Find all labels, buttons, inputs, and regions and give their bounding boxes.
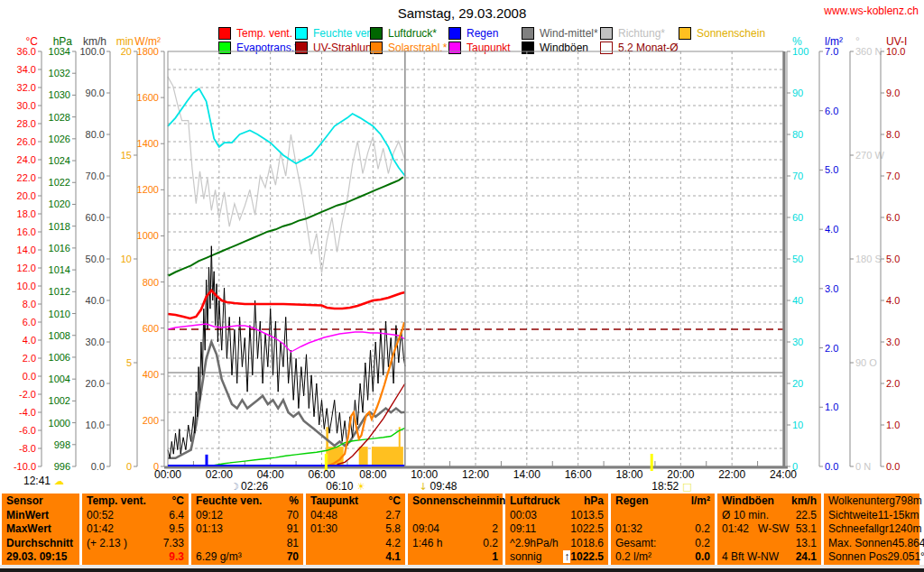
table-cell: 9.5 (169, 522, 184, 536)
svg-text:18:52: 18:52 (651, 480, 679, 493)
sunshine-bar (359, 447, 368, 466)
table-cell: 09:04 (412, 522, 439, 536)
svg-text:600: 600 (143, 323, 159, 334)
arrow-down-icon: ↓ (419, 481, 427, 493)
table-cell: 70 (287, 509, 299, 522)
x-tick-label: 16:00 (565, 468, 592, 481)
svg-text:30: 30 (792, 337, 803, 347)
table-cell: 1240m (889, 522, 922, 536)
table-cell: 0.2 (695, 537, 710, 550)
table-cell: Durchschnitt (6, 537, 73, 550)
svg-text:22.0: 22.0 (17, 172, 36, 183)
table-cell: Sichtweite (828, 509, 878, 522)
table-cell: °C (389, 494, 401, 508)
svg-text:28.0: 28.0 (17, 118, 36, 129)
table-col-info: Wolkenunterg798mSichtweite11-15kmSchneef… (824, 494, 919, 565)
series-windb-en (168, 246, 405, 458)
sun-event-annotation: 12:41☁ (23, 475, 64, 487)
x-tick-label: 24:00 (770, 468, 797, 481)
svg-text:6.0: 6.0 (23, 317, 36, 328)
moon-down-icon: ☽ (230, 481, 239, 493)
table-cell: 09:12 (196, 509, 223, 522)
svg-text:6.0: 6.0 (886, 212, 900, 223)
axis-kmh: km/h100.090.080.070.060.050.040.030.020.… (79, 35, 110, 472)
table-cell: Luftdruck (510, 494, 559, 508)
table-cell: 81 (287, 537, 299, 550)
svg-text:18.0: 18.0 (17, 208, 36, 219)
table-cell: Feuchte ven. (196, 494, 262, 508)
x-tick-label: 08:00 (359, 468, 386, 481)
table-cell: Schneefallgr (828, 522, 889, 536)
svg-text:1024: 1024 (49, 155, 70, 166)
table-col-temp-vent-: Temp. vent.°C00:526.401:429.5(+ 2.13 )7.… (82, 494, 189, 565)
table-cell: 9.3 (169, 550, 184, 564)
svg-text:0.0: 0.0 (91, 461, 105, 472)
svg-text:2.0: 2.0 (23, 353, 36, 364)
svg-text:30.0: 30.0 (17, 100, 36, 111)
table-cell: 4.1 (385, 550, 401, 564)
table-cell: °C (172, 494, 184, 508)
table-cell: Sonnenschein (412, 494, 486, 508)
table-cell: ^2.9hPa/h (510, 537, 559, 550)
svg-text:5: 5 (126, 357, 132, 368)
svg-text:36.0: 36.0 (17, 46, 36, 57)
svg-text:360 N: 360 N (855, 46, 882, 57)
svg-text:40.0: 40.0 (86, 295, 105, 306)
table-cell: 0.2 l/m² (615, 550, 651, 564)
svg-text:996: 996 (54, 461, 70, 472)
svg-text:1022: 1022 (49, 177, 70, 188)
svg-text:40: 40 (792, 295, 803, 306)
series-solarstrahl- (329, 322, 404, 465)
table-cell: Sensor (6, 494, 43, 508)
svg-text:60: 60 (792, 212, 803, 223)
table-cell: 0.2 (483, 537, 498, 550)
weather-chart-page: Samstag, 29.03.2008 www.ws-koblenz.ch Te… (0, 0, 924, 572)
table-cell: 04:48 (310, 509, 337, 522)
svg-text:90.0: 90.0 (86, 88, 105, 98)
table-cell: 01:42 W-SW (722, 522, 789, 536)
table-cell: 70 (287, 550, 299, 564)
table-cell: Temp. vent. (87, 494, 146, 508)
svg-text:10.0: 10.0 (86, 420, 105, 430)
svg-text:1002: 1002 (49, 395, 70, 406)
svg-text:32.0: 32.0 (17, 82, 36, 93)
svg-text:02:26: 02:26 (241, 480, 268, 493)
sun-icon: ☀ (356, 481, 365, 493)
svg-text:1034: 1034 (49, 46, 70, 57)
svg-text:1032: 1032 (49, 68, 70, 78)
svg-text:1018: 1018 (49, 221, 70, 232)
table-cell: Taupunkt (310, 494, 358, 508)
svg-text:1008: 1008 (49, 330, 70, 341)
table-cell: MinWert (6, 509, 49, 522)
svg-text:9.0: 9.0 (886, 88, 900, 98)
svg-text:1010: 1010 (49, 309, 70, 319)
svg-text:70: 70 (792, 171, 803, 181)
svg-text:20.0: 20.0 (17, 190, 36, 201)
table-cell: 09:11 (510, 522, 536, 536)
svg-text:-10.0: -10.0 (14, 461, 36, 472)
svg-text:20: 20 (792, 378, 803, 389)
svg-text:10: 10 (121, 254, 132, 264)
axis-pct: %1009080706050403020100 (787, 35, 808, 472)
svg-text:34.0: 34.0 (17, 64, 36, 75)
svg-text:1.0: 1.0 (825, 401, 838, 412)
table-cell: Regen (615, 494, 649, 508)
table-col-windb-en: Windböenkm/hØ 10 min.22.501:42 W-SW53.11… (717, 494, 821, 565)
table-cell: 00:03 (510, 509, 537, 522)
svg-text:1016: 1016 (49, 243, 70, 254)
svg-text:1030: 1030 (49, 89, 70, 100)
table-cell: 53.1 (796, 522, 817, 536)
table-cell: Max. Sonnen (828, 537, 892, 550)
table-cell: 7.33 (163, 537, 184, 550)
x-tick-label: 14:00 (513, 468, 541, 481)
svg-text:5.0: 5.0 (886, 254, 900, 264)
table-cell: l/m² (691, 494, 710, 508)
table-cell: 01:30 (310, 522, 337, 536)
svg-text:3.0: 3.0 (825, 283, 838, 294)
table-cell: 91 (287, 522, 299, 536)
axis-hpa: hPa1034103210301028102610241022102010181… (49, 35, 76, 472)
axis-temp: °C36.034.032.030.028.026.024.022.020.018… (14, 35, 42, 472)
svg-text:50.0: 50.0 (86, 254, 105, 264)
table-col-sonnenschein: Sonnenscheinmin09:0421:46 h0.21 (408, 494, 503, 565)
table-cell: Sonnen Pos (828, 550, 887, 564)
